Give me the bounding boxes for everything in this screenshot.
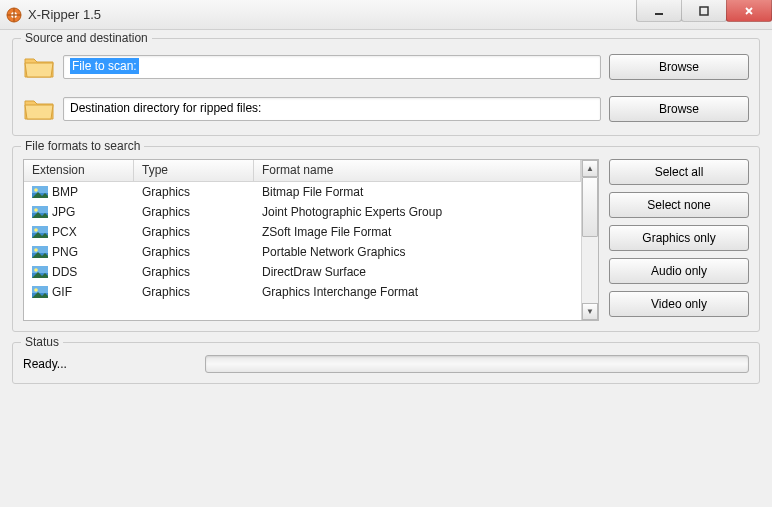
svg-point-8 <box>34 188 38 192</box>
status-group-title: Status <box>21 335 63 349</box>
ext-cell: PCX <box>52 225 77 239</box>
type-cell: Graphics <box>134 243 254 261</box>
name-cell: ZSoft Image File Format <box>254 223 581 241</box>
select-all-button[interactable]: Select all <box>609 159 749 185</box>
browse-source-button[interactable]: Browse <box>609 54 749 80</box>
format-buttons: Select all Select none Graphics only Aud… <box>609 159 749 321</box>
svg-rect-3 <box>7 14 21 15</box>
maximize-button[interactable] <box>681 0 727 22</box>
window-title: X-Ripper 1.5 <box>28 7 101 22</box>
svg-rect-4 <box>655 13 663 15</box>
scroll-down-button[interactable]: ▼ <box>582 303 598 320</box>
status-group: Status Ready... <box>12 342 760 384</box>
formats-header: Extension Type Format name <box>24 160 581 182</box>
audio-only-button[interactable]: Audio only <box>609 258 749 284</box>
video-only-button[interactable]: Video only <box>609 291 749 317</box>
name-cell: Portable Network Graphics <box>254 243 581 261</box>
scrollbar[interactable]: ▲ ▼ <box>581 160 598 320</box>
image-icon <box>32 266 48 278</box>
folder-icon <box>23 93 55 125</box>
svg-point-23 <box>34 288 38 292</box>
file-to-scan-input[interactable]: File to scan: <box>63 55 601 79</box>
image-icon <box>32 226 48 238</box>
close-button[interactable] <box>726 0 772 22</box>
app-icon <box>6 7 22 23</box>
svg-point-14 <box>34 228 38 232</box>
titlebar: X-Ripper 1.5 <box>0 0 772 30</box>
file-to-scan-text: File to scan: <box>70 58 139 74</box>
ext-cell: PNG <box>52 245 78 259</box>
name-cell: DirectDraw Surface <box>254 263 581 281</box>
type-cell: Graphics <box>134 183 254 201</box>
svg-point-20 <box>34 268 38 272</box>
list-item[interactable]: PNGGraphicsPortable Network Graphics <box>24 242 581 262</box>
source-group-title: Source and destination <box>21 31 152 45</box>
destination-row: Destination directory for ripped files: … <box>23 93 749 125</box>
source-destination-group: Source and destination File to scan: Bro… <box>12 38 760 136</box>
scroll-up-button[interactable]: ▲ <box>582 160 598 177</box>
type-cell: Graphics <box>134 223 254 241</box>
browse-destination-button[interactable]: Browse <box>609 96 749 122</box>
status-text: Ready... <box>23 357 193 371</box>
file-to-scan-row: File to scan: Browse <box>23 51 749 83</box>
select-none-button[interactable]: Select none <box>609 192 749 218</box>
scroll-thumb[interactable] <box>582 177 598 237</box>
list-item[interactable]: GIFGraphicsGraphics Interchange Format <box>24 282 581 302</box>
column-type[interactable]: Type <box>134 160 254 181</box>
ext-cell: DDS <box>52 265 77 279</box>
type-cell: Graphics <box>134 283 254 301</box>
file-formats-group: File formats to search Extension Type Fo… <box>12 146 760 332</box>
folder-icon <box>23 51 55 83</box>
ext-cell: JPG <box>52 205 75 219</box>
column-format-name[interactable]: Format name <box>254 160 581 181</box>
name-cell: Graphics Interchange Format <box>254 283 581 301</box>
list-item[interactable]: JPGGraphicsJoint Photographic Experts Gr… <box>24 202 581 222</box>
svg-point-17 <box>34 248 38 252</box>
scroll-track[interactable] <box>582 177 598 303</box>
minimize-button[interactable] <box>636 0 682 22</box>
image-icon <box>32 186 48 198</box>
svg-rect-5 <box>700 7 708 15</box>
image-icon <box>32 286 48 298</box>
formats-list[interactable]: Extension Type Format name BMPGraphicsBi… <box>23 159 599 321</box>
graphics-only-button[interactable]: Graphics only <box>609 225 749 251</box>
image-icon <box>32 206 48 218</box>
name-cell: Joint Photographic Experts Group <box>254 203 581 221</box>
ext-cell: GIF <box>52 285 72 299</box>
window-controls <box>637 0 772 22</box>
list-item[interactable]: DDSGraphicsDirectDraw Surface <box>24 262 581 282</box>
image-icon <box>32 246 48 258</box>
destination-input[interactable]: Destination directory for ripped files: <box>63 97 601 121</box>
list-item[interactable]: PCXGraphicsZSoft Image File Format <box>24 222 581 242</box>
formats-group-title: File formats to search <box>21 139 144 153</box>
column-extension[interactable]: Extension <box>24 160 134 181</box>
ext-cell: BMP <box>52 185 78 199</box>
content-area: Source and destination File to scan: Bro… <box>0 30 772 507</box>
name-cell: Bitmap File Format <box>254 183 581 201</box>
type-cell: Graphics <box>134 263 254 281</box>
destination-text: Destination directory for ripped files: <box>70 101 261 115</box>
list-item[interactable]: BMPGraphicsBitmap File Format <box>24 182 581 202</box>
progress-bar <box>205 355 749 373</box>
type-cell: Graphics <box>134 203 254 221</box>
svg-point-11 <box>34 208 38 212</box>
